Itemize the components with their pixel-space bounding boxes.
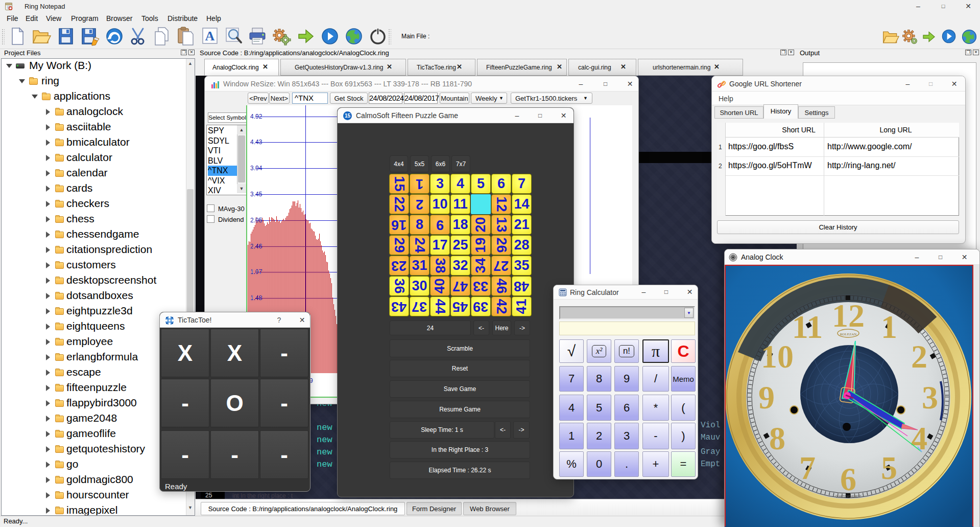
svg-text:7: 7 bbox=[799, 450, 816, 486]
svg-text:3: 3 bbox=[922, 379, 938, 416]
svg-text:10: 10 bbox=[761, 338, 794, 375]
svg-text:ROLEZAN: ROLEZAN bbox=[840, 332, 857, 336]
svg-text:12: 12 bbox=[832, 297, 865, 334]
svg-text:QUARTZ MOVEMENT: QUARTZ MOVEMENT bbox=[835, 495, 862, 498]
svg-text:9: 9 bbox=[758, 379, 775, 416]
svg-text:4: 4 bbox=[911, 420, 927, 456]
svg-text:2: 2 bbox=[911, 338, 927, 375]
svg-text:A: A bbox=[205, 29, 215, 43]
svg-text:8: 8 bbox=[769, 420, 785, 456]
svg-text:3.94: 3.94 bbox=[250, 165, 262, 172]
svg-text:6: 6 bbox=[840, 461, 856, 497]
svg-text:5: 5 bbox=[881, 450, 897, 486]
svg-text:4.92: 4.92 bbox=[250, 113, 262, 120]
svg-text:3.45: 3.45 bbox=[250, 191, 262, 198]
svg-text:1.48: 1.48 bbox=[250, 294, 262, 302]
svg-text:1.97: 1.97 bbox=[250, 268, 262, 276]
svg-text:4.43: 4.43 bbox=[250, 139, 262, 146]
svg-text:1: 1 bbox=[881, 309, 897, 345]
svg-text:2.46: 2.46 bbox=[250, 243, 262, 250]
svg-text:11: 11 bbox=[792, 309, 823, 345]
svg-text:2.95: 2.95 bbox=[250, 217, 262, 224]
